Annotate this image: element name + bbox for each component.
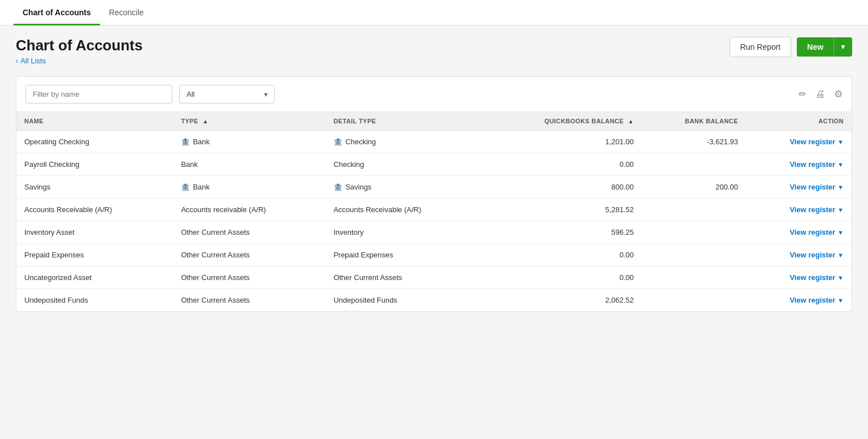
cell-detail-type: Accounts Receivable (A/R) [326, 199, 482, 221]
col-qb-balance[interactable]: QUICKBOOKS BALANCE ▲ [483, 112, 642, 131]
col-action: ACTION [746, 112, 852, 131]
col-bank-balance: BANK BALANCE [642, 112, 746, 131]
cell-type: Other Current Assets [173, 221, 326, 244]
breadcrumb[interactable]: ‹ All Lists [16, 57, 142, 65]
edit-icon[interactable]: ✏ [798, 88, 806, 100]
cell-qb-balance: 0.00 [483, 153, 642, 176]
cell-bank-balance [642, 221, 746, 244]
toolbar-icons: ✏ 🖨 ⚙ [798, 88, 843, 100]
cell-name: Inventory Asset [16, 221, 173, 244]
cell-detail-type: 🏦Checking [326, 131, 482, 153]
cell-bank-balance [642, 289, 746, 312]
cell-name: Savings [16, 176, 173, 199]
cell-action: View register ▼ [746, 266, 852, 289]
type-sort-icon: ▲ [202, 118, 208, 124]
toolbar-left: All Bank Accounts Receivable Other Curre… [25, 85, 275, 104]
cell-bank-balance: 200.00 [642, 176, 746, 199]
cell-type: Accounts receivable (A/R) [173, 199, 326, 221]
cell-detail-type: Checking [326, 153, 482, 176]
cell-detail-type: Prepaid Expenses [326, 244, 482, 266]
cell-qb-balance: 0.00 [483, 244, 642, 266]
tab-reconcile[interactable]: Reconcile [100, 0, 153, 25]
print-icon[interactable]: 🖨 [815, 89, 825, 100]
accounts-table: NAME TYPE ▲ DETAIL TYPE QUICKBOOKS BALAN… [16, 112, 852, 311]
table-row: Savings🏦Bank🏦Savings800.00200.00 View re… [16, 176, 852, 199]
cell-name: Payroll Checking [16, 153, 173, 176]
accounts-table-container: All Bank Accounts Receivable Other Curre… [16, 76, 852, 312]
new-dropdown-button[interactable]: ▼ [834, 37, 852, 57]
table-row: Operating Checking🏦Bank🏦Checking1,201.00… [16, 131, 852, 153]
cell-action: View register ▼ [746, 289, 852, 312]
new-button[interactable]: New [797, 37, 834, 57]
cell-action: View register ▼ [746, 176, 852, 199]
tab-chart-of-accounts[interactable]: Chart of Accounts [14, 0, 100, 25]
cell-qb-balance: 5,281.52 [483, 199, 642, 221]
action-dropdown-arrow-icon[interactable]: ▼ [837, 184, 844, 191]
bank-detail-icon: 🏦 [333, 137, 342, 146]
header-actions: Run Report New ▼ [730, 37, 852, 57]
page-title: Chart of Accounts [16, 37, 142, 54]
action-dropdown-arrow-icon[interactable]: ▼ [837, 297, 844, 304]
page-header: Chart of Accounts ‹ All Lists Run Report… [16, 37, 852, 65]
filter-name-input[interactable] [25, 85, 172, 104]
table-row: Undeposited FundsOther Current AssetsUnd… [16, 289, 852, 312]
new-dropdown-arrow-icon: ▼ [840, 43, 847, 51]
table-header-row: NAME TYPE ▲ DETAIL TYPE QUICKBOOKS BALAN… [16, 112, 852, 131]
cell-name: Accounts Receivable (A/R) [16, 199, 173, 221]
bank-type-icon: 🏦 [181, 183, 190, 191]
view-register-link[interactable]: View register [789, 273, 835, 282]
cell-action: View register ▼ [746, 153, 852, 176]
top-tabs-bar: Chart of Accounts Reconcile [0, 0, 868, 25]
breadcrumb-label[interactable]: All Lists [20, 57, 46, 65]
action-dropdown-arrow-icon[interactable]: ▼ [837, 229, 844, 236]
cell-bank-balance [642, 199, 746, 221]
breadcrumb-arrow: ‹ [16, 57, 18, 65]
table-row: Prepaid ExpensesOther Current AssetsPrep… [16, 244, 852, 266]
bank-type-icon: 🏦 [181, 137, 190, 146]
filter-type-select-wrap: All Bank Accounts Receivable Other Curre… [179, 85, 275, 104]
cell-qb-balance: 2,062.52 [483, 289, 642, 312]
cell-action: View register ▼ [746, 244, 852, 266]
cell-action: View register ▼ [746, 199, 852, 221]
table-row: Uncategorized AssetOther Current AssetsO… [16, 266, 852, 289]
main-content: Chart of Accounts ‹ All Lists Run Report… [0, 25, 868, 435]
cell-qb-balance: 0.00 [483, 266, 642, 289]
cell-detail-type: 🏦Savings [326, 176, 482, 199]
table-row: Accounts Receivable (A/R)Accounts receiv… [16, 199, 852, 221]
view-register-link[interactable]: View register [789, 296, 835, 304]
cell-name: Undeposited Funds [16, 289, 173, 312]
col-detail-type: DETAIL TYPE [326, 112, 482, 131]
cell-type: 🏦Bank [173, 176, 326, 199]
cell-detail-type: Inventory [326, 221, 482, 244]
filter-type-select[interactable]: All Bank Accounts Receivable Other Curre… [179, 85, 275, 104]
new-button-group: New ▼ [797, 37, 852, 57]
cell-action: View register ▼ [746, 131, 852, 153]
view-register-link[interactable]: View register [789, 251, 835, 259]
view-register-link[interactable]: View register [789, 137, 835, 146]
col-type[interactable]: TYPE ▲ [173, 112, 326, 131]
run-report-button[interactable]: Run Report [730, 37, 792, 57]
cell-qb-balance: 1,201.00 [483, 131, 642, 153]
action-dropdown-arrow-icon[interactable]: ▼ [837, 252, 844, 259]
action-dropdown-arrow-icon[interactable]: ▼ [837, 274, 844, 281]
view-register-link[interactable]: View register [789, 205, 835, 214]
view-register-link[interactable]: View register [789, 228, 835, 236]
cell-bank-balance [642, 244, 746, 266]
cell-qb-balance: 800.00 [483, 176, 642, 199]
cell-detail-type: Other Current Assets [326, 266, 482, 289]
view-register-link[interactable]: View register [789, 183, 835, 191]
view-register-link[interactable]: View register [789, 160, 835, 169]
cell-name: Operating Checking [16, 131, 173, 153]
cell-detail-type: Undeposited Funds [326, 289, 482, 312]
cell-type: Other Current Assets [173, 266, 326, 289]
action-dropdown-arrow-icon[interactable]: ▼ [837, 139, 844, 145]
cell-name: Prepaid Expenses [16, 244, 173, 266]
cell-qb-balance: 596.25 [483, 221, 642, 244]
table-toolbar: All Bank Accounts Receivable Other Curre… [16, 77, 852, 112]
qb-balance-sort-icon: ▲ [628, 118, 633, 124]
action-dropdown-arrow-icon[interactable]: ▼ [837, 161, 844, 168]
action-dropdown-arrow-icon[interactable]: ▼ [837, 206, 844, 213]
title-breadcrumb-group: Chart of Accounts ‹ All Lists [16, 37, 142, 65]
cell-bank-balance [642, 153, 746, 176]
settings-icon[interactable]: ⚙ [834, 88, 843, 100]
